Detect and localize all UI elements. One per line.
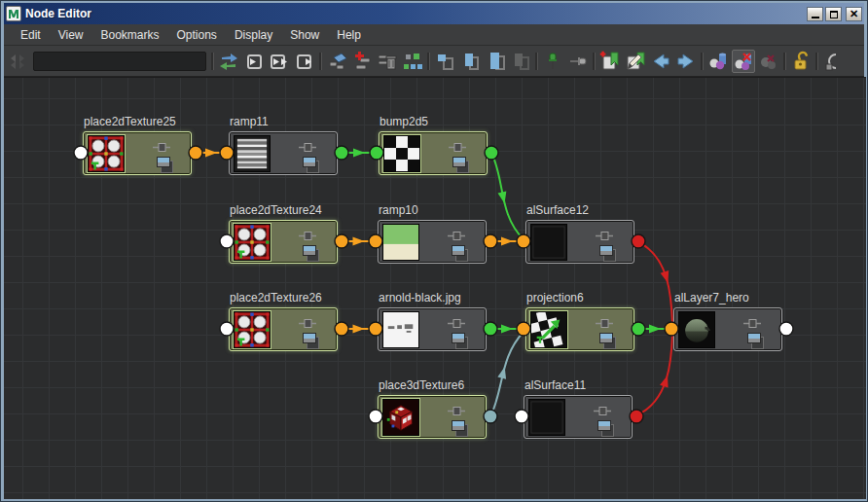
- clear-graph-icon[interactable]: [325, 50, 348, 73]
- node-projection6[interactable]: [525, 307, 634, 351]
- maximize-button[interactable]: [825, 7, 842, 21]
- connection-bump2d5-to-alSurface12[interactable]: [491, 153, 524, 239]
- graph-output-connections-icon[interactable]: [293, 50, 316, 73]
- swatch-icon[interactable]: [452, 245, 464, 258]
- unpin-selected-icon[interactable]: [566, 50, 590, 73]
- swatch-icon[interactable]: [157, 157, 169, 169]
- pin-icon[interactable]: [594, 403, 611, 420]
- surface_dark-thumbnail: [530, 224, 567, 261]
- shapes-disabled-icon[interactable]: [757, 50, 780, 73]
- toolbar-separator: [318, 51, 323, 72]
- pin-icon[interactable]: [596, 315, 613, 333]
- show-shapes-icon[interactable]: [706, 50, 730, 73]
- menu-bookmarks[interactable]: Bookmarks: [91, 25, 167, 45]
- swatch-icon[interactable]: [597, 420, 610, 433]
- swatch-icon[interactable]: [452, 420, 464, 433]
- checker-thumbnail: [383, 135, 420, 172]
- node-place3dTexture6[interactable]: [378, 395, 487, 439]
- node-graph-canvas[interactable]: place2dTexture25ramp11bump2d5place2dText…: [4, 77, 866, 499]
- menu-help[interactable]: Help: [328, 25, 370, 45]
- swatch-icon[interactable]: [452, 157, 465, 169]
- close-button[interactable]: ✕: [846, 7, 862, 21]
- previous-bookmark-icon[interactable]: [649, 50, 672, 73]
- surface_dark-thumbnail: [528, 399, 565, 436]
- node-ramp11[interactable]: [229, 131, 338, 175]
- node-label-place2dTexture26: place2dTexture26: [230, 291, 322, 305]
- node-place2dTexture24[interactable]: [229, 220, 338, 264]
- toolbar-separator: [814, 51, 819, 72]
- clipped-edge-tool-icon[interactable]: [821, 50, 845, 73]
- pin-icon[interactable]: [596, 228, 613, 245]
- display-full-mode-icon[interactable]: [484, 50, 507, 73]
- pin-icon[interactable]: [299, 315, 316, 333]
- node-label-arnold-black.jpg: arnold-black.jpg: [379, 291, 461, 305]
- pin-icon[interactable]: [153, 139, 170, 157]
- place2d-thumbnail: [88, 135, 125, 172]
- menu-bar: EditViewBookmarksOptionsDisplayShowHelp: [4, 24, 864, 46]
- menu-options[interactable]: Options: [168, 25, 226, 45]
- node-place2dTexture25[interactable]: [83, 131, 192, 175]
- graph-input-connections-icon[interactable]: [242, 50, 266, 73]
- display-simple-mode-icon[interactable]: [433, 50, 456, 73]
- toggle-input-output-icon[interactable]: [217, 50, 240, 73]
- window-title: Node Editor: [25, 7, 807, 20]
- rearrange-graph-icon[interactable]: [401, 50, 424, 73]
- pin-selected-icon[interactable]: [541, 50, 564, 73]
- edit-bookmarks-icon[interactable]: [624, 50, 647, 73]
- node-ramp10[interactable]: [378, 220, 487, 264]
- add-selected-nodes-icon[interactable]: [350, 50, 374, 73]
- node-label-place2dTexture25: place2dTexture25: [84, 115, 176, 128]
- menu-show[interactable]: Show: [281, 25, 328, 45]
- node-bump2d5[interactable]: [379, 131, 488, 175]
- pin-icon[interactable]: [449, 139, 466, 157]
- node-filter-input[interactable]: [33, 52, 206, 71]
- connection-arrow: [205, 149, 217, 158]
- connection-alSurface11-to-alLayer7_hero[interactable]: [636, 335, 672, 415]
- swatch-icon[interactable]: [303, 245, 315, 258]
- swatch-icon[interactable]: [452, 333, 464, 345]
- toolbar-separator: [210, 51, 215, 72]
- lock-unlocked-icon[interactable]: [789, 50, 813, 73]
- pin-icon[interactable]: [448, 403, 465, 420]
- node-alLayer7_hero[interactable]: [673, 307, 782, 351]
- display-custom-mode-icon[interactable]: [509, 50, 532, 73]
- connection-place3dTexture6-to-projection6[interactable]: [490, 332, 524, 416]
- connection-alSurface12-to-alLayer7_hero[interactable]: [638, 242, 672, 323]
- connection-arrow: [501, 237, 513, 246]
- window-controls: ✕: [807, 7, 862, 21]
- pin-icon[interactable]: [743, 315, 761, 333]
- node-label-place2dTexture24: place2dTexture24: [230, 203, 322, 217]
- pin-icon[interactable]: [448, 315, 465, 333]
- toolbar-separator: [534, 51, 539, 72]
- hide-shapes-icon[interactable]: [732, 50, 755, 73]
- menu-view[interactable]: View: [50, 25, 92, 45]
- next-bookmark-icon[interactable]: [674, 50, 698, 73]
- node-alSurface11[interactable]: [524, 395, 633, 439]
- place2d-thumbnail: [234, 224, 271, 261]
- cube3d-thumbnail: [382, 399, 419, 436]
- menu-display[interactable]: Display: [226, 25, 281, 45]
- remove-selected-nodes-icon[interactable]: [376, 50, 399, 73]
- node-label-projection6: projection6: [526, 291, 584, 305]
- pin-icon[interactable]: [299, 139, 316, 157]
- graph-all-connections-icon[interactable]: [6, 50, 29, 73]
- menu-edit[interactable]: Edit: [12, 25, 50, 45]
- pin-icon[interactable]: [299, 228, 316, 245]
- minimize-button[interactable]: [807, 7, 823, 21]
- swatch-icon[interactable]: [303, 157, 315, 169]
- graph-input-output-connections-icon[interactable]: [268, 50, 291, 73]
- swatch-icon[interactable]: [599, 245, 612, 258]
- pin-icon[interactable]: [448, 228, 465, 245]
- swatch-icon[interactable]: [303, 333, 315, 345]
- swatch-icon[interactable]: [747, 333, 760, 345]
- connection-arrow: [353, 237, 365, 246]
- node-label-ramp10: ramp10: [379, 203, 418, 217]
- toolbar-separator: [782, 51, 787, 72]
- display-connected-mode-icon[interactable]: [458, 50, 482, 73]
- node-place2dTexture26[interactable]: [229, 307, 338, 351]
- swatch-icon[interactable]: [599, 333, 612, 345]
- node-alSurface12[interactable]: [525, 220, 634, 264]
- node-arnold-black.jpg[interactable]: [378, 307, 487, 351]
- title-bar[interactable]: Node Editor ✕: [4, 3, 864, 24]
- create-bookmark-icon[interactable]: [598, 50, 622, 73]
